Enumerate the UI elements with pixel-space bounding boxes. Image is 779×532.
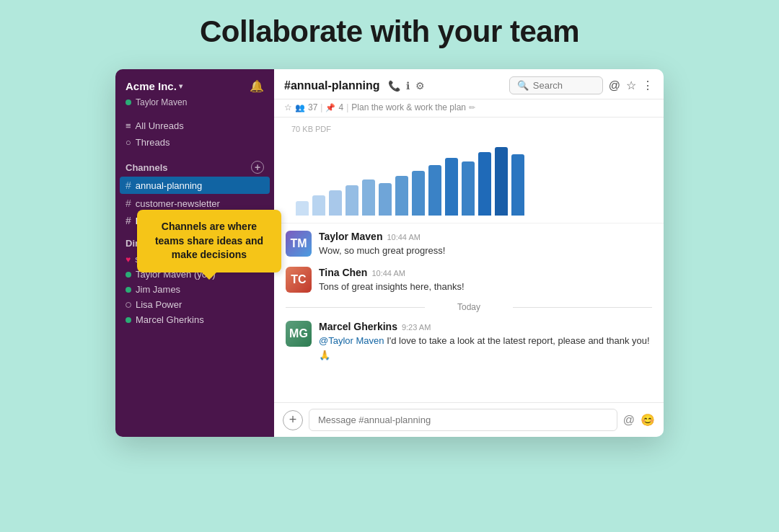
search-box[interactable]: 🔍 xyxy=(509,76,603,94)
avatar-taylor: TM xyxy=(286,231,312,257)
msg-header-marcel: Marcel Gherkins 9:23 AM xyxy=(319,321,652,332)
slackbot-heart-icon: ♥ xyxy=(126,254,131,265)
star-channel-icon[interactable]: ☆ xyxy=(284,102,292,112)
msg-header-tina: Tina Chen 10:44 AM xyxy=(319,267,652,278)
search-icon: 🔍 xyxy=(517,80,529,91)
dm-item-lisa-power[interactable]: Lisa Power xyxy=(115,297,274,312)
chart-bar xyxy=(462,161,475,216)
chart-bar xyxy=(495,147,508,216)
star-icon[interactable]: ☆ xyxy=(626,79,636,92)
topbar: #annual-planning 📞 ℹ ⚙ 🔍 @ ☆ ⋮ xyxy=(274,69,664,99)
chevron-down-icon: ▾ xyxy=(179,82,182,90)
offline-dot-icon xyxy=(126,302,131,308)
msg-text-tina: Tons of great insights here, thanks! xyxy=(319,280,652,294)
msg-body-tina: Tina Chen 10:44 AM Tons of great insight… xyxy=(319,267,652,294)
topbar-right: 🔍 @ ☆ ⋮ xyxy=(509,76,653,94)
chart-bar xyxy=(379,183,392,216)
more-icon[interactable]: ⋮ xyxy=(642,79,653,92)
info-icon[interactable]: ℹ xyxy=(406,80,410,92)
threads-icon: ○ xyxy=(126,137,131,148)
message-input[interactable] xyxy=(309,409,617,431)
msg-header-taylor: Taylor Maven 10:44 AM xyxy=(319,231,652,242)
sidebar-item-threads[interactable]: ○ Threads xyxy=(115,134,274,151)
online-dot-icon xyxy=(126,287,131,293)
edit-description-icon[interactable]: ✏ xyxy=(469,103,475,112)
msg-time-tina: 10:44 AM xyxy=(371,269,405,278)
chart-bar xyxy=(395,176,408,216)
msg-sender-marcel: Marcel Gherkins xyxy=(319,321,397,332)
chart-bar xyxy=(478,152,491,216)
msg-text-marcel: @Taylor Maven I'd love to take a look at… xyxy=(319,334,652,362)
msg-time-marcel: 9:23 AM xyxy=(402,323,431,332)
hash-icon: # xyxy=(126,198,131,209)
sidebar-item-all-unreads[interactable]: ≡ All Unreads xyxy=(115,118,274,134)
dm-item-jim-james[interactable]: Jim James xyxy=(115,282,274,297)
online-status-dot xyxy=(126,99,131,105)
msg-sender-taylor: Taylor Maven xyxy=(319,231,382,242)
tooltip-bubble: Channels are where teams share ideas and… xyxy=(137,210,281,272)
chart-bar xyxy=(428,165,441,216)
avatar-tina: TC xyxy=(286,267,312,293)
today-divider: Today xyxy=(286,302,652,312)
search-input[interactable] xyxy=(533,80,595,91)
message-tina: TC Tina Chen 10:44 AM Tons of great insi… xyxy=(286,267,652,294)
mention-taylor: @Taylor Maven xyxy=(319,335,384,346)
msg-body-marcel: Marcel Gherkins 9:23 AM @Taylor Maven I'… xyxy=(319,321,652,362)
avatar-marcel: MG xyxy=(286,321,312,347)
chart-bar xyxy=(362,179,375,216)
at-icon[interactable]: @ xyxy=(609,79,620,92)
input-right-icons: @ 😊 xyxy=(623,413,655,427)
hash-icon: # xyxy=(126,179,131,191)
page-title: Collaborate with your team xyxy=(200,14,579,49)
channel-item-annual-planning[interactable]: # annual-planning xyxy=(120,177,270,194)
message-input-area: + @ 😊 xyxy=(274,402,664,437)
chart-bar xyxy=(445,158,458,216)
chart-bar xyxy=(511,154,524,216)
messages-area[interactable]: TM Taylor Maven 10:44 AM Wow, so much gr… xyxy=(274,223,664,402)
add-channel-button[interactable]: + xyxy=(251,161,264,174)
subtitle-row: ☆ 👥 37 | 📌 4 | Plan the work & work the … xyxy=(274,99,664,118)
chart-container xyxy=(289,136,649,216)
add-attachment-button[interactable]: + xyxy=(283,410,303,430)
channels-section-header[interactable]: Channels + xyxy=(115,154,274,176)
msg-time-taylor: 10:44 AM xyxy=(387,233,420,241)
hash-icon: # xyxy=(126,215,131,226)
msg-text-taylor: Wow, so much great progress! xyxy=(319,244,652,258)
chart-bar xyxy=(312,195,325,216)
phone-icon[interactable]: 📞 xyxy=(388,80,400,92)
online-dot-icon xyxy=(126,272,131,278)
msg-sender-tina: Tina Chen xyxy=(319,267,367,278)
workspace-name[interactable]: Acme Inc. ▾ xyxy=(126,80,182,92)
chart-bar xyxy=(296,201,309,216)
chart-bar xyxy=(329,190,342,216)
sidebar-header: Acme Inc. ▾ 🔔 xyxy=(115,69,274,96)
at-message-icon[interactable]: @ xyxy=(623,414,635,427)
chart-bar xyxy=(412,171,425,216)
emoji-icon[interactable]: 😊 xyxy=(641,413,655,427)
sidebar: Acme Inc. ▾ 🔔 Taylor Maven ≡ All Unreads… xyxy=(115,69,274,437)
msg-body-taylor: Taylor Maven 10:44 AM Wow, so much great… xyxy=(319,231,652,258)
settings-icon[interactable]: ⚙ xyxy=(415,80,425,92)
channel-title: #annual-planning xyxy=(284,79,379,92)
message-taylor: TM Taylor Maven 10:44 AM Wow, so much gr… xyxy=(286,231,652,258)
message-marcel: MG Marcel Gherkins 9:23 AM @Taylor Maven… xyxy=(286,321,652,362)
app-window: Acme Inc. ▾ 🔔 Taylor Maven ≡ All Unreads… xyxy=(115,69,664,437)
online-dot-icon xyxy=(126,317,131,323)
chart-bar xyxy=(346,185,358,216)
nav-section: ≡ All Unreads ○ Threads xyxy=(115,115,274,154)
user-status: Taylor Maven xyxy=(115,96,274,115)
list-icon: ≡ xyxy=(126,120,131,131)
topbar-icons: 📞 ℹ ⚙ xyxy=(388,80,425,92)
file-badge: 70 KB PDF xyxy=(289,125,649,133)
dm-item-marcel-gherkins[interactable]: Marcel Gherkins xyxy=(115,312,274,327)
main-content: #annual-planning 📞 ℹ ⚙ 🔍 @ ☆ ⋮ ☆ 👥 37 | xyxy=(274,69,664,437)
notifications-bell-icon[interactable]: 🔔 xyxy=(250,79,264,93)
chart-area: 70 KB PDF xyxy=(274,118,664,223)
